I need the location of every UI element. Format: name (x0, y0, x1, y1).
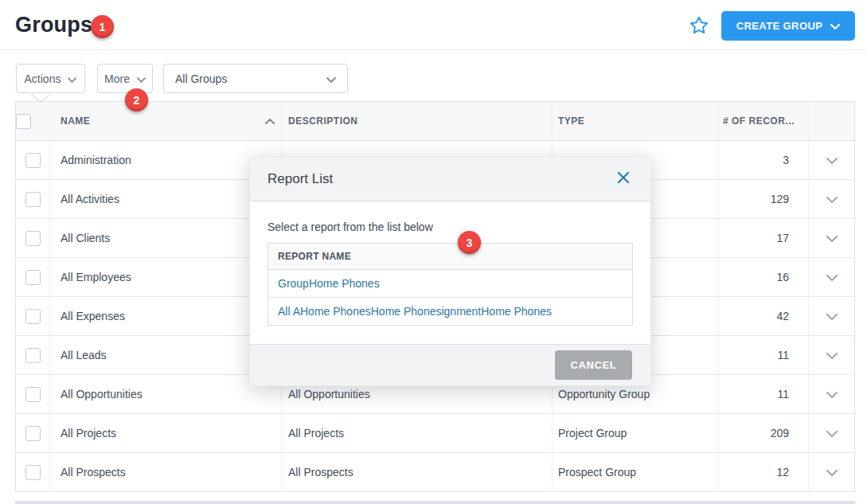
report-name-column-header: REPORT NAME (268, 244, 633, 270)
create-group-label: CREATE GROUP (736, 20, 823, 32)
group-name: All Expenses (50, 297, 282, 336)
more-label: More (104, 72, 130, 85)
actions-label: Actions (25, 72, 61, 85)
group-name: All Activities (50, 180, 282, 219)
group-record-count: 11 (719, 375, 809, 414)
dialog-footer: CANCEL (250, 344, 650, 385)
row-expand-button[interactable] (809, 453, 855, 492)
row-expand-button[interactable] (809, 414, 855, 453)
column-header-description[interactable]: DESCRIPTION (282, 102, 553, 141)
row-checkbox[interactable] (25, 270, 41, 285)
row-expand-button[interactable] (809, 180, 855, 219)
report-table-header-row: REPORT NAME (268, 244, 633, 270)
row-checkbox[interactable] (25, 309, 41, 324)
column-header-type[interactable]: TYPE (553, 102, 719, 141)
row-checkbox[interactable] (25, 231, 41, 246)
favorite-star-button[interactable] (685, 12, 713, 41)
column-header-records[interactable]: # OF RECOR... (719, 102, 809, 141)
row-checkbox[interactable] (25, 387, 41, 402)
groups-page: Groups CREATE GROUP Actions More All Gro… (0, 0, 867, 504)
dialog-instruction: Select a report from the list below (268, 221, 633, 233)
close-icon (617, 171, 630, 186)
next-row-sliver (15, 501, 855, 504)
row-checkbox[interactable] (25, 192, 41, 207)
report-table: REPORT NAME GroupHome Phones All AHome P… (268, 243, 633, 326)
report-link[interactable]: GroupHome Phones (278, 277, 380, 290)
row-expand-button[interactable] (809, 141, 855, 180)
group-filter-select[interactable]: All Groups (163, 64, 348, 93)
group-record-count: 209 (719, 414, 809, 453)
report-row[interactable]: GroupHome Phones (268, 270, 633, 298)
chevron-down-icon (830, 20, 840, 32)
group-description: All Prospects (282, 453, 553, 492)
actions-dropdown-button[interactable]: Actions (16, 64, 85, 93)
group-record-count: 11 (719, 336, 809, 375)
table-row[interactable]: All Prospects All Prospects Prospect Gro… (16, 453, 855, 492)
row-expand-button[interactable] (809, 219, 855, 258)
annotation-badge-3: 3 (458, 231, 481, 254)
dialog-close-button[interactable] (614, 170, 633, 189)
group-name: All Prospects (50, 453, 282, 492)
group-name: All Opportunities (50, 375, 282, 414)
report-row[interactable]: All AHome PhonesHome PhonesignmentHome P… (268, 298, 633, 326)
row-expand-button[interactable] (809, 375, 855, 414)
chevron-down-icon (326, 72, 336, 85)
group-name: Administration (50, 141, 282, 180)
annotation-badge-1: 1 (91, 15, 114, 38)
group-record-count: 16 (719, 258, 809, 297)
dialog-header: Report List (250, 157, 650, 201)
group-record-count: 42 (719, 297, 809, 336)
chevron-up-icon[interactable] (265, 115, 275, 127)
row-checkbox[interactable] (25, 426, 41, 441)
select-all-checkbox[interactable] (16, 114, 31, 129)
row-checkbox[interactable] (25, 348, 41, 363)
page-title: Groups (15, 13, 92, 37)
group-type: Prospect Group (553, 453, 719, 492)
dialog-title: Report List (268, 171, 333, 187)
dialog-body: Select a report from the list below REPO… (250, 201, 650, 326)
row-checkbox[interactable] (25, 153, 41, 168)
table-row[interactable]: All Projects All Projects Project Group … (16, 414, 855, 453)
group-description: All Projects (282, 414, 553, 453)
group-name: All Clients (50, 219, 282, 258)
group-name: All Employees (50, 258, 282, 297)
group-name: All Leads (50, 336, 282, 375)
group-record-count: 129 (719, 180, 809, 219)
star-icon (689, 15, 709, 38)
row-expand-button[interactable] (809, 336, 855, 375)
row-expand-button[interactable] (809, 258, 855, 297)
create-group-button[interactable]: CREATE GROUP (721, 11, 855, 41)
report-list-dialog: Report List Select a report from the lis… (249, 156, 651, 386)
chevron-down-icon (68, 72, 76, 85)
row-checkbox[interactable] (25, 465, 41, 480)
group-record-count: 3 (719, 141, 809, 180)
group-record-count: 17 (719, 219, 809, 258)
group-type: Project Group (553, 414, 719, 453)
row-expand-button[interactable] (809, 297, 855, 336)
actions-popup-notch (30, 92, 51, 107)
annotation-badge-2: 2 (125, 88, 148, 111)
header-divider (0, 49, 867, 50)
group-record-count: 12 (719, 453, 809, 492)
more-dropdown-button[interactable]: More (97, 64, 153, 93)
group-name: All Projects (50, 414, 282, 453)
group-filter-value: All Groups (175, 72, 227, 85)
chevron-down-icon (137, 72, 146, 85)
report-link[interactable]: All AHome PhonesHome PhonesignmentHome P… (278, 305, 552, 318)
cancel-button[interactable]: CANCEL (555, 350, 632, 380)
column-header-name[interactable]: NAME (61, 115, 90, 127)
